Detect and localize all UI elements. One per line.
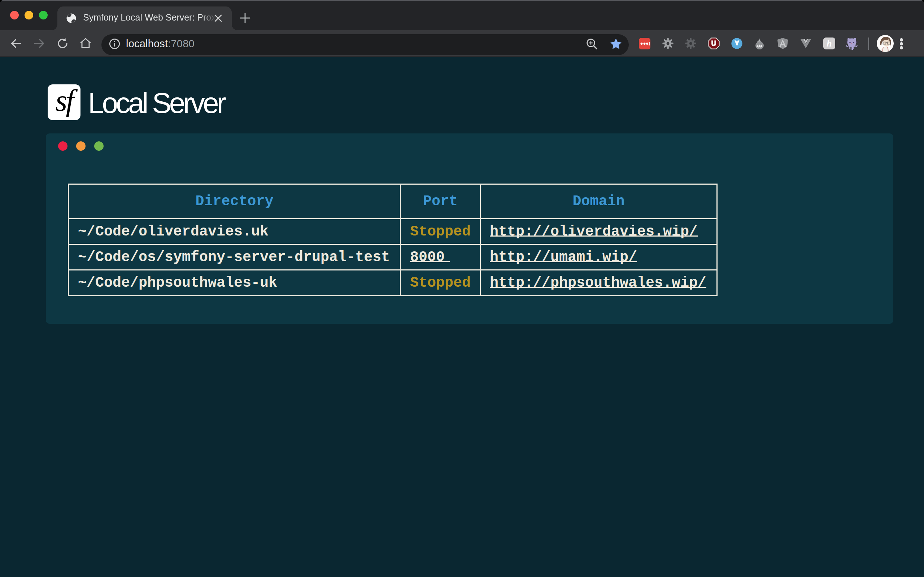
svg-text:h: h [827, 38, 832, 49]
